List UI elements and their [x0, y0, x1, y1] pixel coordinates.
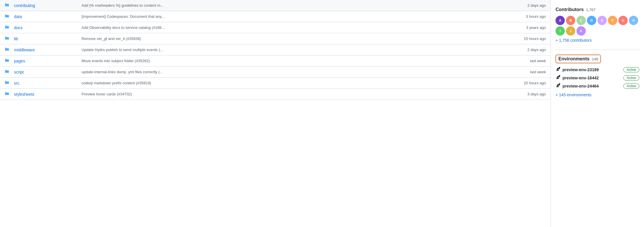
- file-name[interactable]: lib: [14, 36, 78, 41]
- file-commit: Remove ver_gt and ver_lt (#35838): [82, 36, 507, 41]
- file-commit: [Improvement] Codespaces: Document that …: [82, 14, 507, 19]
- env-item: preview-env-16442Active: [555, 75, 639, 81]
- environments-title: Environments: [558, 56, 590, 62]
- file-name[interactable]: middleware: [14, 48, 78, 52]
- file-commit: Preview hover cards (#34702): [82, 92, 507, 96]
- avatar[interactable]: C: [576, 16, 586, 25]
- rocket-icon: [555, 75, 560, 81]
- file-time: 2 days ago: [511, 48, 546, 52]
- table-row: srccodeql markdown prefix content (#3581…: [0, 78, 551, 89]
- file-name[interactable]: pages: [14, 59, 78, 63]
- file-time: 3 days ago: [511, 92, 546, 96]
- folder-icon: [5, 80, 10, 86]
- table-row: middlewareUpdate Hydro publish to send m…: [0, 44, 551, 55]
- file-name[interactable]: docs: [14, 25, 78, 30]
- file-commit: Add Observability docs to service catalo…: [82, 25, 507, 30]
- folder-icon: [5, 25, 10, 31]
- status-badge: Active: [623, 83, 639, 89]
- table-row: contributingAdd {% rowheaders %} guideli…: [0, 0, 551, 11]
- avatar[interactable]: G: [618, 16, 628, 25]
- file-name[interactable]: data: [14, 14, 78, 19]
- folder-icon: [5, 91, 10, 97]
- table-row: pagesMove events into subject folder (#3…: [0, 55, 551, 67]
- folder-icon: [5, 47, 10, 53]
- avatars-grid: ABCDEFGHIJK: [555, 16, 639, 36]
- avatar[interactable]: B: [566, 16, 575, 25]
- avatar[interactable]: A: [555, 16, 565, 25]
- rocket-icon: [555, 67, 560, 73]
- file-commit: Add {% rowheaders %} guidelines to conte…: [82, 3, 507, 8]
- file-name[interactable]: contributing: [14, 3, 78, 8]
- file-time: 2 days ago: [511, 3, 546, 8]
- divider: [555, 50, 639, 50]
- file-name[interactable]: src: [14, 81, 78, 85]
- more-contributors-link[interactable]: + 1,756 contributors: [555, 38, 639, 43]
- contributors-header: Contributors 1,767: [555, 7, 639, 12]
- file-commit: codeql markdown prefix content (#35819): [82, 81, 507, 85]
- table-row: stylesheetsPreview hover cards (#34702)3…: [0, 89, 551, 100]
- file-time: 3 years ago: [511, 25, 546, 30]
- avatar[interactable]: I: [555, 26, 565, 36]
- avatar[interactable]: H: [629, 16, 638, 25]
- file-name[interactable]: script: [14, 70, 78, 74]
- env-name[interactable]: preview-env-24464: [562, 84, 621, 88]
- file-time: 20 hours ago: [511, 81, 546, 85]
- file-time: 3 hours ago: [511, 14, 546, 19]
- avatar[interactable]: E: [597, 16, 607, 25]
- env-item: preview-env-23189Active: [555, 67, 639, 73]
- folder-icon: [5, 2, 10, 8]
- environments-header: Environments 148: [555, 55, 601, 63]
- file-time: last week: [511, 70, 546, 74]
- file-commit: Update Hydro publish to send multiple ev…: [82, 48, 507, 52]
- env-item: preview-env-24464Active: [555, 83, 639, 89]
- more-environments-link[interactable]: + 145 environments: [555, 92, 639, 97]
- file-time: 15 hours ago: [511, 36, 546, 41]
- table-row: data[Improvement] Codespaces: Document t…: [0, 11, 551, 22]
- status-badge: Active: [623, 67, 639, 72]
- contributors-section: Contributors 1,767 ABCDEFGHIJK + 1,756 c…: [555, 7, 639, 43]
- env-list: preview-env-23189Activepreview-env-16442…: [555, 67, 639, 89]
- folder-icon: [5, 36, 10, 42]
- table-row: libRemove ver_gt and ver_lt (#35838)15 h…: [0, 33, 551, 44]
- sidebar: Contributors 1,767 ABCDEFGHIJK + 1,756 c…: [551, 0, 644, 227]
- contributors-title: Contributors: [555, 7, 584, 12]
- contributors-count: 1,767: [586, 8, 596, 12]
- file-time: last week: [511, 59, 546, 63]
- file-table: contributingAdd {% rowheaders %} guideli…: [0, 0, 551, 227]
- file-name[interactable]: stylesheets: [14, 92, 78, 97]
- environments-count: 148: [592, 57, 598, 61]
- env-name[interactable]: preview-env-16442: [562, 76, 621, 80]
- avatar[interactable]: J: [566, 26, 575, 36]
- status-badge: Active: [623, 75, 639, 81]
- environments-section: Environments 148 preview-env-23189Active…: [555, 55, 639, 97]
- table-row: scriptupdate-internal-links dump .yml fi…: [0, 67, 551, 78]
- avatar[interactable]: F: [608, 16, 617, 25]
- file-commit: Move events into subject folder (#35262): [82, 59, 507, 63]
- avatar[interactable]: K: [576, 26, 586, 36]
- rocket-icon: [555, 83, 560, 89]
- folder-icon: [5, 69, 10, 75]
- env-name[interactable]: preview-env-23189: [562, 67, 621, 72]
- folder-icon: [5, 58, 10, 64]
- folder-icon: [5, 13, 10, 20]
- avatar[interactable]: D: [587, 16, 596, 25]
- table-row: docsAdd Observability docs to service ca…: [0, 22, 551, 33]
- file-commit: update-internal-links dump .yml files co…: [82, 70, 507, 74]
